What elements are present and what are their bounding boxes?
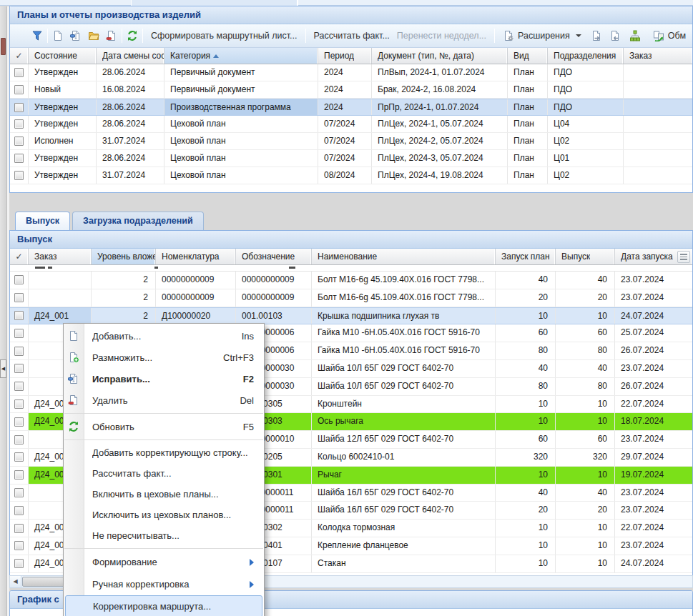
column-header-check[interactable]: ✓ xyxy=(10,48,29,64)
cell-category: Цеховой план xyxy=(164,150,318,167)
cell-department: Ц02 xyxy=(548,133,624,149)
menu-item[interactable]: УдалитьDel xyxy=(64,389,264,411)
row-checkbox[interactable] xyxy=(14,85,24,94)
cell-order xyxy=(624,167,692,184)
new-document-icon[interactable] xyxy=(52,30,64,41)
column-header-order[interactable]: Заказ xyxy=(29,249,92,264)
open-folder-icon[interactable] xyxy=(88,30,99,41)
row-checkbox[interactable] xyxy=(14,417,24,427)
column-header-state[interactable]: Состояние xyxy=(29,48,97,64)
row-checkbox[interactable] xyxy=(14,364,24,373)
menu-item[interactable]: ОбновитьF5 xyxy=(64,416,264,437)
scroll-left-arrow[interactable]: ◀ xyxy=(10,576,21,587)
row-checkbox[interactable] xyxy=(14,506,24,515)
left-splitter-rail[interactable] xyxy=(0,6,7,616)
column-header-nomenclature[interactable]: Номенклатура xyxy=(156,249,236,264)
column-header-designation[interactable]: Обозначение xyxy=(236,249,312,264)
table-row[interactable]: Утвержден28.06.2024Цеховой план07/2024Пл… xyxy=(10,150,692,167)
text-fragment xyxy=(289,267,295,269)
table-row[interactable]: Д24_0012Д100000020001.00103Крышка подшип… xyxy=(10,307,692,325)
menu-item[interactable]: Корректировка маршрута... xyxy=(65,595,262,616)
row-checkbox[interactable] xyxy=(14,154,24,163)
column-header-name[interactable]: Наименование xyxy=(312,249,496,264)
table-row[interactable]: Утвержден31.07.2024Цеховой план08/2024Пл… xyxy=(10,167,692,184)
row-checkbox[interactable] xyxy=(14,559,24,568)
tab-zagruzka-podrazdeleniy[interactable]: Загрузка подразделений xyxy=(72,212,204,230)
menu-item[interactable]: Ручная корректировка xyxy=(64,573,264,595)
column-header-check[interactable]: ✓ xyxy=(10,249,29,264)
extensions-button[interactable]: Расширения xyxy=(499,28,585,44)
menu-item[interactable]: Добавить корректирующую строку... xyxy=(64,442,264,463)
row-checkbox[interactable] xyxy=(14,119,24,129)
row-checkbox[interactable] xyxy=(14,470,24,480)
menu-item[interactable]: Формирование xyxy=(64,551,264,573)
format-route-list-button[interactable]: Сформировать маршрутный лист... xyxy=(147,29,301,43)
menu-item[interactable]: Не пересчитывать... xyxy=(64,525,264,546)
table-row[interactable]: 20000000000900000000009Болт М16-6g 45.10… xyxy=(10,272,692,289)
table-row[interactable]: Утвержден28.06.2024Первичный документ202… xyxy=(10,64,692,81)
table-row[interactable]: 20000000000900000000009Болт М16-6g 45.10… xyxy=(10,289,692,307)
column-header-period[interactable]: Период xyxy=(318,48,372,64)
column-header-order[interactable]: Заказ xyxy=(624,48,692,64)
column-header-department[interactable]: Подразделения xyxy=(548,48,624,64)
menu-item[interactable]: Исправить...F2 xyxy=(64,368,264,389)
refresh-icon[interactable] xyxy=(127,30,138,41)
export-document-icon[interactable] xyxy=(591,30,602,41)
hierarchy-icon[interactable] xyxy=(629,30,641,41)
window-tab[interactable] xyxy=(131,0,298,6)
column-header-output[interactable]: Выпуск xyxy=(556,249,615,264)
plans-panel-title-text: Планы и отчеты производства изделий xyxy=(17,9,201,20)
exchange-button[interactable]: Обм xyxy=(649,28,689,44)
collapse-left-arrow[interactable]: ◀ xyxy=(0,359,6,378)
menu-item[interactable]: Исключить из цеховых планов... xyxy=(64,505,264,525)
edit-document-icon[interactable] xyxy=(70,30,82,41)
row-checkbox[interactable] xyxy=(14,347,24,356)
row-checkbox[interactable] xyxy=(14,524,24,533)
cell-date: 28.06.2024 xyxy=(97,150,164,167)
calc-fact-button[interactable]: Рассчитать факт... xyxy=(310,29,393,43)
menu-item[interactable]: Добавить...Ins xyxy=(64,325,264,347)
row-checkbox[interactable] xyxy=(14,171,24,180)
row-checkbox[interactable] xyxy=(14,382,24,391)
column-header-launch_plan[interactable]: Запуск план xyxy=(496,249,556,264)
cell-output: 60 xyxy=(556,324,615,342)
table-row[interactable]: Утвержден28.06.2024Производственная прог… xyxy=(10,99,692,116)
cell-category: Первичный документ xyxy=(164,64,318,81)
column-header-category[interactable]: Категория xyxy=(164,48,318,64)
cell-output: 10 xyxy=(556,520,615,537)
exchange-icon xyxy=(653,30,664,41)
submenu-arrow-icon xyxy=(250,581,254,588)
menu-item[interactable]: Размножить...Ctrl+F3 xyxy=(64,347,264,368)
import-document-icon[interactable] xyxy=(609,30,621,41)
checkbox-cell xyxy=(10,449,29,466)
row-checkbox[interactable] xyxy=(14,399,24,409)
row-checkbox[interactable] xyxy=(14,452,24,462)
column-header-date[interactable]: Дата смены сост xyxy=(97,48,164,64)
table-row[interactable]: Исполнен31.07.2024Цеховой план07/2024ПлЦ… xyxy=(10,133,692,150)
filter-icon[interactable] xyxy=(31,30,43,41)
checkbox-cell xyxy=(10,360,29,377)
cell-output: 10 xyxy=(556,308,615,324)
column-header-document[interactable]: Документ (тип, №, дата) xyxy=(372,48,508,64)
row-checkbox[interactable] xyxy=(14,103,24,112)
grid-settings-button[interactable] xyxy=(677,251,690,263)
row-checkbox[interactable] xyxy=(14,136,24,146)
table-row[interactable]: Утвержден28.06.2024Цеховой план07/2024Пл… xyxy=(10,116,692,133)
row-checkbox[interactable] xyxy=(14,488,24,497)
column-header-kind[interactable]: Вид xyxy=(508,48,548,64)
row-checkbox[interactable] xyxy=(14,329,24,338)
row-checkbox[interactable] xyxy=(14,435,24,444)
row-checkbox[interactable] xyxy=(14,293,24,302)
row-checkbox[interactable] xyxy=(14,275,24,284)
menu-item[interactable]: Включить в цеховые планы... xyxy=(64,484,264,505)
check-column-icon: ✓ xyxy=(15,249,22,264)
row-checkbox[interactable] xyxy=(14,68,24,77)
row-checkbox[interactable] xyxy=(14,541,24,550)
table-row[interactable]: Новый16.08.2024Первичный документ2024Бра… xyxy=(10,81,692,99)
column-header-level[interactable]: Уровень вложен xyxy=(92,249,156,264)
row-checkbox[interactable] xyxy=(14,311,24,320)
delete-document-icon[interactable] xyxy=(106,30,117,41)
menu-item[interactable]: Рассчитать факт... xyxy=(64,463,264,484)
cell-name: Кольцо 6002410-01 xyxy=(312,449,496,466)
tab-vypusk[interactable]: Выпуск xyxy=(15,212,70,230)
